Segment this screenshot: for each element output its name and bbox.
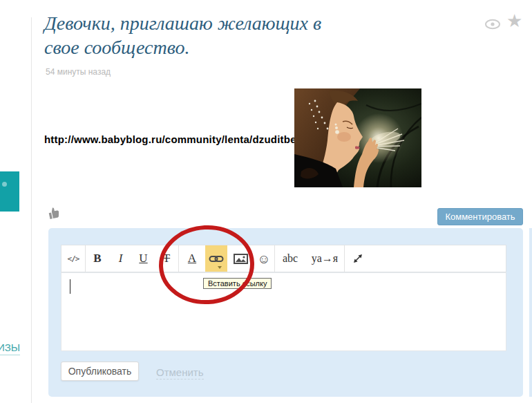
toolbar-emoticon-button[interactable]: ☺ — [254, 245, 274, 272]
sidebar-slide-tab[interactable] — [0, 171, 19, 212]
toolbar-code-button[interactable]: </> — [61, 245, 85, 272]
post-page: Девочки, приглашаю желающих в свое сообщ… — [0, 0, 532, 403]
toolbar-fullscreen-button[interactable] — [345, 245, 371, 272]
comment-editor: </> B I U T A — [48, 228, 523, 397]
fontcolor-icon: A — [188, 252, 196, 265]
comment-button-label: Комментировать — [445, 212, 515, 222]
underline-icon: U — [139, 252, 147, 265]
toolbar-insert-link-button[interactable] — [205, 245, 227, 272]
smiley-icon: ☺ — [257, 252, 270, 265]
comment-button[interactable]: Комментировать — [437, 208, 523, 225]
adjacent-panel-edge — [529, 228, 532, 397]
bold-icon: B — [93, 252, 101, 265]
toolbar-strikethrough-button[interactable]: T — [155, 245, 178, 272]
publish-button[interactable]: Опубликовать — [61, 362, 139, 381]
sidebar-partial-link[interactable]: ИЗЫ — [0, 341, 20, 355]
cancel-link[interactable]: Отменить — [156, 366, 204, 379]
insert-link-tooltip: Вставить ссылку — [203, 278, 272, 289]
post-image — [294, 88, 421, 187]
code-icon: </> — [68, 254, 79, 263]
toolbar-fontcolor-button[interactable]: A — [179, 245, 205, 272]
like-thumb-icon[interactable] — [47, 206, 60, 222]
page-title: Девочки, приглашаю желающих в свое сообщ… — [44, 11, 445, 59]
text-cursor — [70, 279, 70, 294]
strikethrough-icon: T — [163, 252, 170, 265]
slide-tab-dot-icon — [2, 182, 7, 187]
toolbar-translit-button[interactable]: ya→я — [305, 245, 344, 272]
spellcheck-abc-icon: abc — [283, 252, 298, 265]
editor-toolbar: </> B I U T A — [61, 245, 506, 272]
comment-text-input[interactable] — [61, 272, 506, 351]
page-title-line1: Девочки, приглашаю желающих в — [44, 11, 445, 35]
toolbar-italic-button[interactable]: I — [109, 245, 132, 272]
toolbar-empty-area — [371, 245, 506, 272]
publish-button-label: Опубликовать — [68, 366, 132, 377]
toolbar-spellcheck-button[interactable]: abc — [275, 245, 305, 272]
left-column-divider — [31, 17, 32, 403]
eye-icon[interactable] — [484, 19, 501, 32]
post-body-link-text: http://www.babyblog.ru/community/lenta/d… — [44, 133, 302, 145]
chain-link-icon — [209, 254, 224, 263]
post-timestamp: 54 минуты назад — [46, 67, 111, 77]
page-title-line2: свое сообщество. — [44, 35, 445, 59]
picture-icon — [234, 254, 248, 264]
italic-icon: I — [119, 252, 123, 265]
expand-arrows-icon — [353, 254, 363, 263]
favorite-star-icon[interactable]: ★ — [506, 12, 522, 30]
link-dropdown-caret-icon — [218, 266, 222, 269]
toolbar-insert-image-button[interactable] — [227, 245, 254, 272]
toolbar-bold-button[interactable]: B — [86, 245, 109, 272]
translit-icon: ya→я — [312, 252, 338, 265]
toolbar-underline-button[interactable]: U — [132, 245, 155, 272]
